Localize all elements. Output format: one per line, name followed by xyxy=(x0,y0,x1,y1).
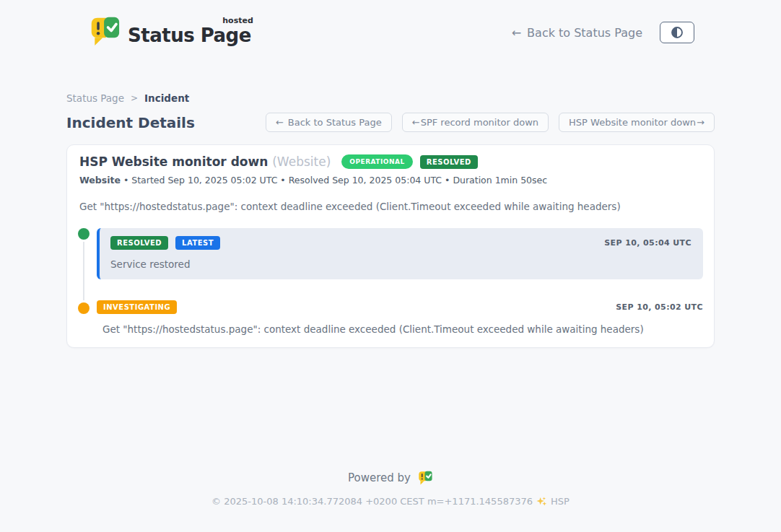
incident-meta-details: • Started Sep 10, 2025 05:02 UTC • Resol… xyxy=(123,175,547,186)
footer: Powered by © 2025-10-08 14:10:34.772084 … xyxy=(0,471,781,507)
timeline-message: Service restored xyxy=(110,258,691,270)
status-bubble-icon xyxy=(88,16,121,49)
resolved-badge: RESOLVED xyxy=(110,236,168,250)
breadcrumb-incident: Incident xyxy=(144,92,189,104)
header-back-link-label: Back to Status Page xyxy=(527,26,642,40)
timeline-entry-resolved: RESOLVED LATEST SEP 10, 05:04 UTC Servic… xyxy=(78,228,703,279)
powered-by-label: Powered by xyxy=(348,471,411,484)
incident-nav: ← Back to Status Page ← SPF record monit… xyxy=(266,113,715,132)
left-arrow-icon: ← xyxy=(276,117,284,128)
app-logo[interactable]: Status Page hosted xyxy=(88,16,251,49)
brand-superscript: hosted xyxy=(222,16,253,25)
left-arrow-icon: ← xyxy=(512,26,521,40)
timeline-message: Get "https://hostedstatus.page": context… xyxy=(97,323,703,335)
brand-name: Status Page xyxy=(128,25,251,46)
status-bubble-icon[interactable] xyxy=(417,471,433,485)
header-back-link[interactable]: ← Back to Status Page xyxy=(512,26,642,40)
breadcrumb-status-page[interactable]: Status Page xyxy=(66,92,124,104)
timeline-connector xyxy=(83,241,84,308)
timeline-entry-investigating: INVESTIGATING SEP 10, 05:02 UTC Get "htt… xyxy=(78,300,703,335)
prev-incident-button[interactable]: ← SPF record monitor down xyxy=(402,113,549,132)
half-circle-icon xyxy=(670,25,684,40)
breadcrumb-separator: > xyxy=(131,93,138,103)
incident-service-paren: (Website) xyxy=(272,154,331,169)
timeline-entry-body: RESOLVED LATEST SEP 10, 05:04 UTC Servic… xyxy=(97,228,703,279)
orange-dot-icon xyxy=(78,302,90,314)
investigating-badge: INVESTIGATING xyxy=(97,300,177,314)
copyright: © 2025-10-08 14:10:34.772084 +0200 CEST … xyxy=(0,496,781,507)
timeline-timestamp: SEP 10, 05:02 UTC xyxy=(616,302,703,312)
breadcrumb: Status Page > Incident xyxy=(66,92,715,104)
footer-brand: HSP xyxy=(551,496,570,507)
timeline-entry-body: INVESTIGATING SEP 10, 05:02 UTC Get "htt… xyxy=(97,300,703,335)
right-arrow-icon: → xyxy=(697,117,704,128)
header: Status Page hosted ← Back to Status Page xyxy=(0,0,781,55)
resolved-state-badge: RESOLVED xyxy=(420,155,478,169)
sparkles-icon xyxy=(536,496,547,507)
incident-service-name: Website xyxy=(79,175,121,186)
green-dot-icon xyxy=(78,228,90,240)
main-content: Status Page > Incident Incident Details … xyxy=(66,92,715,348)
incident-card: HSP Website monitor down (Website) OPERA… xyxy=(66,144,715,348)
copyright-text: © 2025-10-08 14:10:34.772084 +0200 CEST … xyxy=(211,496,533,507)
latest-badge: LATEST xyxy=(175,236,220,250)
operational-status-badge: OPERATIONAL xyxy=(341,154,412,169)
page-title: Incident Details xyxy=(66,114,195,131)
incident-timeline: RESOLVED LATEST SEP 10, 05:04 UTC Servic… xyxy=(78,228,703,335)
incident-description: Get "https://hostedstatus.page": context… xyxy=(78,201,703,212)
next-incident-button[interactable]: HSP Website monitor down → xyxy=(559,113,715,132)
timeline-timestamp: SEP 10, 05:04 UTC xyxy=(604,238,691,248)
left-arrow-icon: ← xyxy=(412,117,420,128)
incident-meta: Website • Started Sep 10, 2025 05:02 UTC… xyxy=(78,175,703,186)
incident-title: HSP Website monitor down (Website) xyxy=(79,154,331,169)
back-to-status-page-button[interactable]: ← Back to Status Page xyxy=(266,113,392,132)
theme-toggle-button[interactable] xyxy=(660,22,694,43)
